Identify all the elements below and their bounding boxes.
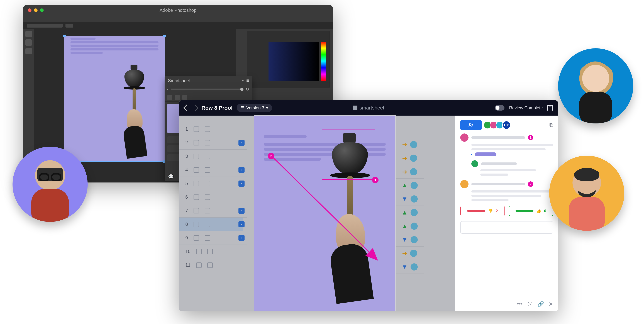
avatar-initials[interactable]: CY <box>502 121 511 129</box>
more-icon[interactable]: ••• <box>517 301 523 307</box>
placeholder-text <box>70 52 103 54</box>
hue-slider[interactable] <box>321 42 326 81</box>
maximize-icon[interactable] <box>40 8 44 12</box>
commenter-avatar[interactable] <box>471 160 478 167</box>
resize-handle[interactable] <box>163 35 166 38</box>
collapse-icon[interactable]: » <box>242 78 244 83</box>
comments-panel: CY ⧉ 1 ▸ <box>455 116 558 311</box>
review-complete-toggle[interactable] <box>495 105 504 110</box>
photoshop-menubar[interactable] <box>23 15 333 22</box>
align-button[interactable] <box>175 95 180 100</box>
annotation-marker[interactable]: 1 <box>372 177 378 183</box>
comment-body-line <box>471 199 508 201</box>
annotation-badge[interactable]: 2 <box>528 182 533 187</box>
reply-pill <box>475 152 496 156</box>
tool-button[interactable] <box>26 48 32 54</box>
annotation-marker[interactable]: 2 <box>268 153 274 159</box>
comment-toolbar: ••• @ 🔗 ➤ <box>460 301 553 307</box>
mention-icon[interactable]: @ <box>527 301 533 307</box>
collaborator-avatar <box>549 156 624 231</box>
comment-author-line <box>471 183 525 185</box>
share-icon[interactable] <box>548 105 553 110</box>
svg-point-7 <box>582 65 609 92</box>
forward-button[interactable] <box>192 105 198 111</box>
layers-icon: ☰ <box>240 106 244 110</box>
annotation-region[interactable] <box>322 130 375 180</box>
app-title: Adobe Photoshop <box>160 8 196 13</box>
document-tab[interactable] <box>66 24 73 28</box>
commenter-avatar[interactable] <box>460 134 468 142</box>
reviewer-avatars[interactable]: CY <box>485 121 511 129</box>
placeholder-text <box>70 41 158 43</box>
commenter-avatar[interactable] <box>460 180 468 188</box>
vote-bar <box>467 210 485 212</box>
color-picker-panel[interactable] <box>247 31 330 88</box>
proof-header: Row 8 Proof ☰ Version 3 ▾ smartsheet Rev… <box>179 100 558 116</box>
resize-handle[interactable] <box>63 35 66 38</box>
reply-indicator[interactable]: ▸ <box>471 152 553 156</box>
review-complete-label: Review Complete <box>509 106 543 110</box>
tool-button[interactable] <box>26 31 32 37</box>
link-icon[interactable]: 🔗 <box>538 301 544 307</box>
document-tab[interactable] <box>27 24 62 28</box>
photoshop-titlebar: Adobe Photoshop <box>23 5 333 15</box>
person-add-icon <box>468 122 474 128</box>
thumbs-up-icon: 👍 <box>536 208 541 213</box>
chevron-left-icon[interactable]: ‹ <box>167 88 168 91</box>
color-field[interactable] <box>268 42 318 81</box>
refresh-icon[interactable]: ⟳ <box>246 87 250 92</box>
smartsheet-window: Row 8 Proof ☰ Version 3 ▾ smartsheet Rev… <box>179 100 558 311</box>
version-selector[interactable]: ☰ Version 3 ▾ <box>237 104 272 112</box>
minimize-icon[interactable] <box>34 8 38 12</box>
brand-logo: smartsheet <box>353 105 384 111</box>
svg-point-1 <box>470 123 471 125</box>
invite-button[interactable] <box>460 120 482 130</box>
panel-header[interactable]: Smartsheet » ☰ <box>165 76 252 85</box>
annotation-badge[interactable]: 1 <box>528 135 533 140</box>
comment-body-line <box>471 148 546 150</box>
progress-slider[interactable] <box>171 88 244 90</box>
version-label: Version 3 <box>246 106 264 110</box>
tool-button[interactable] <box>26 39 32 46</box>
collaborator-avatar <box>558 48 633 124</box>
placeholder-text <box>70 38 96 40</box>
close-icon[interactable] <box>28 8 32 12</box>
attachment-button[interactable] <box>167 95 172 100</box>
comment-body-line <box>480 174 508 176</box>
upvote-count: 0 <box>544 208 546 213</box>
placeholder-text <box>70 45 158 47</box>
proof-canvas[interactable]: 1 2 <box>254 116 395 311</box>
comment-body-line <box>471 190 553 192</box>
window-controls[interactable] <box>28 8 44 12</box>
progress-row: ‹ ⟳ <box>165 85 252 94</box>
comment-thread: 1 ▸ <box>460 134 553 176</box>
chat-icon[interactable]: 💬 <box>168 174 174 180</box>
vote-bar <box>516 210 534 212</box>
svg-rect-10 <box>569 197 605 231</box>
collaborator-avatar <box>12 147 88 222</box>
comment-author-line <box>471 136 525 139</box>
vote-row: 👎 2 👍 0 <box>460 206 553 216</box>
chevron-down-icon: ▾ <box>266 106 268 110</box>
comment-input[interactable] <box>460 221 553 234</box>
artboard[interactable] <box>64 36 164 161</box>
proof-title: Row 8 Proof <box>202 105 233 111</box>
thumbs-down-icon: 👎 <box>488 208 493 213</box>
panel-title: Smartsheet <box>168 78 190 83</box>
reject-button[interactable]: 👎 2 <box>460 206 505 216</box>
send-icon[interactable]: ➤ <box>549 301 553 307</box>
placeholder-text <box>70 48 158 50</box>
comment-body-line <box>480 169 536 172</box>
comment-thread: 2 <box>460 180 553 201</box>
popout-icon[interactable]: ⧉ <box>549 122 553 128</box>
approve-button[interactable]: 👍 0 <box>509 206 553 216</box>
back-button[interactable] <box>183 105 190 111</box>
svg-rect-8 <box>579 92 612 124</box>
photoshop-tabbar[interactable] <box>23 22 333 29</box>
attach-button[interactable] <box>182 95 187 100</box>
menu-icon[interactable]: ☰ <box>246 79 249 82</box>
downvote-count: 2 <box>496 208 498 213</box>
smartsheet-logo-icon <box>353 106 358 110</box>
comment-body-line <box>471 195 541 197</box>
comment-body-line <box>471 144 553 146</box>
